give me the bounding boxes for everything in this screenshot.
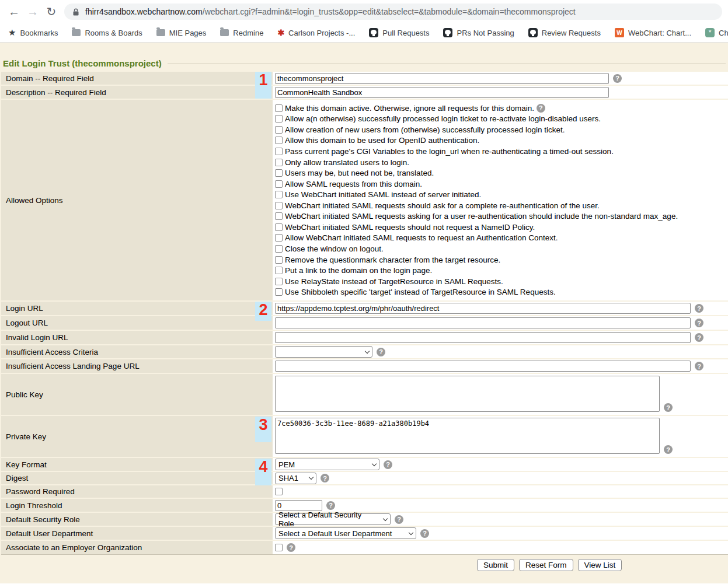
checkbox[interactable] xyxy=(275,288,283,296)
option-webchart-initiated-saml: Use WebChart initiated SAML instead of s… xyxy=(275,189,678,200)
url-host: fhirr4sandbox.webchartnow.com xyxy=(85,7,203,16)
bookmark-pull-requests[interactable]: Pull Requests xyxy=(369,28,429,37)
checkbox[interactable] xyxy=(275,115,283,123)
option-remove-questionmark: Remove the questionmark character from t… xyxy=(275,254,678,265)
login-url-label: Login URL xyxy=(1,302,273,315)
help-icon[interactable] xyxy=(321,474,329,482)
help-icon[interactable] xyxy=(395,515,403,524)
checkbox[interactable] xyxy=(275,202,283,209)
default-user-department-select[interactable]: Select a Default User Department xyxy=(275,527,416,539)
help-icon[interactable] xyxy=(664,403,673,412)
submit-button[interactable]: Submit xyxy=(477,559,514,571)
github-icon xyxy=(443,28,452,37)
reset-form-button[interactable]: Reset Form xyxy=(519,559,573,571)
row-logout-url: Logout URL xyxy=(1,316,728,331)
row-digest: Digest SHA1 xyxy=(1,472,728,485)
option-make-domain-active: Make this domain active. Otherwise, igno… xyxy=(275,103,678,114)
page-title: Edit Login Trust (thecommonsproject) xyxy=(3,58,728,69)
employer-org-checkbox[interactable] xyxy=(275,544,283,551)
chevron-down-icon xyxy=(309,475,314,480)
browser-navbar: ← → ↻ fhirr4sandbox.webchartnow.com/webc… xyxy=(0,0,728,23)
webchart-icon: W xyxy=(615,28,624,37)
row-insufficient-access-landing: Insufficient Access Landing Page URL xyxy=(1,359,728,374)
checkbox[interactable] xyxy=(275,191,283,198)
checkbox[interactable] xyxy=(275,169,283,177)
row-key-format: Key Format PEM xyxy=(1,458,728,472)
help-icon[interactable] xyxy=(664,445,673,454)
reload-icon[interactable]: ↻ xyxy=(42,2,61,21)
login-url-input[interactable] xyxy=(275,303,691,314)
bookmark-bookmarks[interactable]: ★Bookmarks xyxy=(8,27,58,38)
key-format-label: Key Format xyxy=(1,458,273,471)
bookmark-prs-not-passing[interactable]: PRs Not Passing xyxy=(443,28,514,37)
help-icon[interactable] xyxy=(326,501,335,510)
help-icon[interactable] xyxy=(377,348,385,356)
insufficient-access-criteria-label: Insufficient Access Criteria xyxy=(1,345,273,358)
option-reactivate-disabled: Allow a(n otherwise) successfully proces… xyxy=(275,114,678,125)
checkbox[interactable] xyxy=(275,180,283,188)
insufficient-access-criteria-select[interactable] xyxy=(275,346,372,358)
checkbox[interactable] xyxy=(275,137,283,144)
public-key-textarea[interactable] xyxy=(275,376,660,412)
invalid-login-url-label: Invalid Login URL xyxy=(1,331,273,344)
help-icon[interactable] xyxy=(384,460,392,469)
bookmark-mie-pages[interactable]: MIE Pages xyxy=(156,29,207,37)
domain-input[interactable] xyxy=(275,73,609,84)
bookmark-carlson-projects[interactable]: ✱Carlson Projects -... xyxy=(277,28,355,37)
forward-icon[interactable]: → xyxy=(23,2,42,21)
star-icon: ★ xyxy=(8,27,16,38)
option-shibboleth-target: Use Shibboleth specific 'target' instead… xyxy=(275,287,678,298)
help-icon[interactable] xyxy=(287,543,295,552)
checkbox[interactable] xyxy=(275,148,283,155)
checkbox[interactable] xyxy=(275,234,283,242)
chevron-down-icon xyxy=(372,461,377,466)
bookmark-webchart[interactable]: WWebChart: Chart... xyxy=(615,28,691,37)
insufficient-access-landing-input[interactable] xyxy=(275,361,691,372)
invalid-login-url-input[interactable] xyxy=(275,332,691,343)
url-path: /webchart.cgi?f=admin&t=login_trusts&opp… xyxy=(203,7,576,16)
row-invalid-login-url: Invalid Login URL xyxy=(1,331,728,345)
checkbox[interactable] xyxy=(275,278,283,285)
insufficient-access-landing-label: Insufficient Access Landing Page URL xyxy=(1,359,273,373)
help-icon[interactable] xyxy=(537,104,545,113)
digest-select[interactable]: SHA1 xyxy=(275,473,316,484)
url-bar[interactable]: fhirr4sandbox.webchartnow.com/webchart.c… xyxy=(64,4,722,20)
default-user-department-label: Default User Department xyxy=(1,527,273,540)
key-format-select[interactable]: PEM xyxy=(275,459,379,470)
help-icon[interactable] xyxy=(695,333,703,342)
allowed-options-label: Allowed Options xyxy=(1,100,273,300)
help-icon[interactable] xyxy=(613,74,622,83)
annotation-2: 2 xyxy=(255,302,271,321)
row-private-key: Private Key 7ce50036-3c3b-11ee-8689-a21a… xyxy=(1,416,728,458)
checkbox[interactable] xyxy=(275,245,283,253)
password-required-checkbox[interactable] xyxy=(275,488,283,495)
logout-url-input[interactable] xyxy=(275,317,691,328)
private-key-textarea[interactable]: 7ce50036-3c3b-11ee-8689-a21a380b19b4 xyxy=(275,418,660,454)
employer-org-label: Associate to an Employer Organization xyxy=(1,541,273,554)
checkbox[interactable] xyxy=(275,223,283,231)
checkbox[interactable] xyxy=(275,126,283,134)
back-icon[interactable]: ← xyxy=(5,2,23,21)
help-icon[interactable] xyxy=(695,362,703,370)
bookmark-redmine[interactable]: Redmine xyxy=(220,29,263,37)
description-input[interactable] xyxy=(275,87,609,98)
view-list-button[interactable]: View List xyxy=(578,559,622,571)
folder-icon xyxy=(220,29,229,36)
bookmark-review-requests[interactable]: Review Requests xyxy=(528,28,601,37)
bookmark-chatgpt[interactable]: *ChatGPT xyxy=(705,28,728,37)
annotation-3: 3 xyxy=(255,417,271,442)
help-icon[interactable] xyxy=(420,529,429,538)
checkbox[interactable] xyxy=(275,256,283,264)
bookmark-rooms-boards[interactable]: Rooms & Boards xyxy=(72,29,142,37)
checkbox[interactable] xyxy=(275,159,283,166)
help-icon[interactable] xyxy=(695,304,703,313)
checkbox[interactable] xyxy=(275,267,283,274)
help-icon[interactable] xyxy=(695,319,703,327)
annotation-4: 4 xyxy=(255,459,271,485)
chatgpt-icon: * xyxy=(705,28,715,37)
checkbox[interactable] xyxy=(275,104,283,112)
checkbox[interactable] xyxy=(275,212,283,220)
default-security-role-select[interactable]: Select a Default Security Role xyxy=(275,513,391,525)
row-insufficient-access-criteria: Insufficient Access Criteria xyxy=(1,345,728,359)
login-threshold-input[interactable] xyxy=(275,500,322,511)
